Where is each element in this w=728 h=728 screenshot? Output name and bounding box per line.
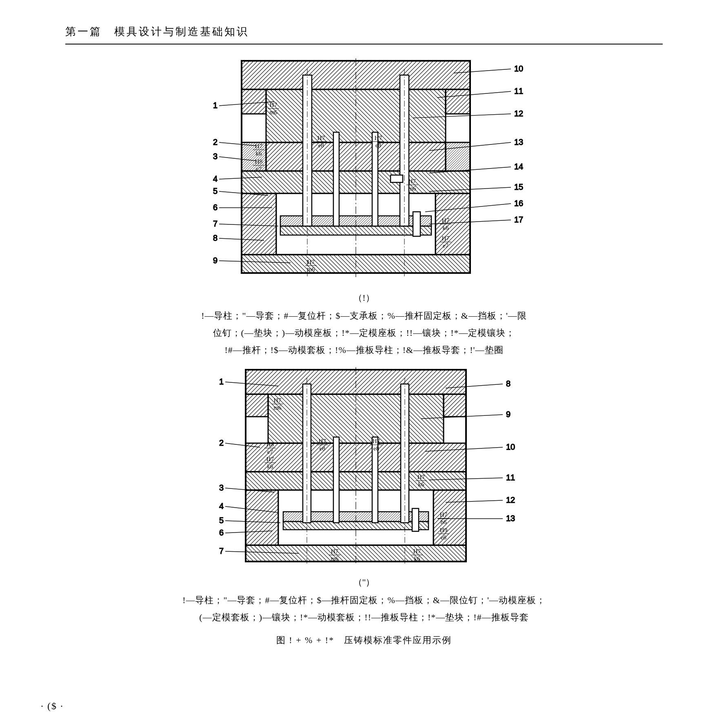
svg-text:k6: k6: [418, 481, 425, 488]
svg-text:m6: m6: [307, 266, 315, 273]
svg-text:2: 2: [213, 138, 218, 146]
svg-text:k6: k6: [256, 150, 262, 157]
svg-text:m6: m6: [331, 555, 339, 562]
svg-text:5: 5: [219, 516, 224, 525]
svg-rect-102: [412, 508, 419, 531]
svg-text:4: 4: [219, 502, 224, 510]
svg-text:3: 3: [213, 152, 218, 161]
svg-text:H7: H7: [442, 235, 450, 242]
svg-text:H7: H7: [440, 511, 448, 518]
svg-text:15: 15: [514, 182, 523, 191]
svg-text:2: 2: [219, 438, 224, 447]
svg-text:H7: H7: [331, 548, 339, 555]
svg-text:12: 12: [506, 495, 515, 504]
svg-text:3: 3: [219, 483, 224, 492]
svg-text:m6: m6: [269, 109, 277, 115]
svg-text:8: 8: [213, 233, 218, 242]
figure-b-svg: H7 m6 H8 e7 H7 k6 H7 e8 H7: [176, 366, 552, 570]
svg-text:H9: H9: [440, 527, 447, 533]
figure-b-sublabel: （"）: [65, 576, 663, 588]
figure-a-legend: !—导柱；"—导套；#—复位杆；$—支承板；%—推杆固定板；&—挡板；'—限 位…: [164, 307, 564, 358]
svg-rect-100: [333, 437, 339, 523]
svg-text:H8: H8: [266, 441, 274, 448]
svg-text:e8: e8: [318, 142, 324, 149]
svg-text:11: 11: [506, 473, 515, 482]
svg-text:8: 8: [506, 379, 510, 388]
svg-rect-16: [303, 75, 312, 226]
svg-text:H7: H7: [319, 438, 326, 444]
figure-a-svg: H7 m6 H7 k6 H8 e7 H7 e8 H7: [168, 57, 560, 285]
svg-rect-17: [400, 75, 409, 226]
svg-text:k6: k6: [267, 463, 274, 470]
svg-text:m6: m6: [273, 404, 282, 411]
svg-text:13: 13: [506, 514, 515, 523]
svg-text:H7: H7: [413, 548, 421, 555]
svg-rect-93: [433, 490, 466, 545]
svg-text:e7: e7: [267, 448, 273, 455]
page-header: 第一篇 模具设计与制造基础知识: [65, 24, 663, 44]
figure-b: H7 m6 H8 e7 H7 k6 H7 e8 H7: [176, 366, 552, 570]
page: 第一篇 模具设计与制造基础知识: [0, 0, 728, 728]
figure-a: H7 m6 H7 k6 H8 e7 H7 e8 H7: [168, 57, 560, 285]
svg-text:12: 12: [514, 109, 523, 118]
svg-rect-92: [246, 490, 278, 545]
svg-rect-18: [333, 132, 339, 226]
svg-text:6: 6: [213, 203, 218, 212]
svg-text:H7: H7: [373, 438, 380, 444]
svg-text:17: 17: [514, 215, 523, 224]
svg-rect-20: [391, 175, 403, 182]
svg-text:4: 4: [213, 174, 218, 183]
svg-text:H7: H7: [408, 178, 416, 184]
svg-text:10: 10: [506, 442, 515, 451]
svg-text:H7: H7: [307, 259, 315, 265]
svg-text:H7: H7: [266, 456, 274, 462]
svg-rect-9: [242, 193, 276, 255]
svg-text:6: 6: [219, 528, 224, 537]
svg-text:h6: h6: [441, 519, 447, 525]
svg-text:1: 1: [213, 101, 218, 110]
figure-b-legend: !—导柱；"—导套；#—复位杆；$—推杆固定板；%—挡板；&—限位钉；'—动模座…: [164, 592, 564, 626]
svg-text:e7: e7: [256, 166, 262, 172]
svg-text:9: 9: [213, 256, 218, 265]
svg-rect-3: [242, 89, 266, 114]
svg-text:10: 10: [514, 64, 523, 73]
svg-rect-4: [446, 89, 470, 114]
svg-text:k6: k6: [443, 224, 449, 231]
svg-text:9: 9: [506, 410, 510, 419]
svg-text:11: 11: [514, 87, 523, 95]
figure-area: H7 m6 H7 k6 H8 e7 H7 e8 H7: [65, 57, 663, 646]
svg-text:e7: e7: [443, 242, 449, 249]
svg-text:5: 5: [213, 186, 218, 195]
svg-text:13: 13: [514, 138, 523, 146]
svg-text:7: 7: [213, 219, 218, 228]
svg-text:e8: e8: [441, 534, 446, 541]
svg-text:H7: H7: [317, 135, 325, 141]
svg-text:H8: H8: [255, 158, 262, 165]
svg-text:H7: H7: [442, 217, 450, 224]
svg-text:H7: H7: [274, 397, 282, 404]
svg-text:H7: H7: [270, 102, 277, 108]
svg-rect-89: [444, 394, 466, 417]
svg-text:7: 7: [219, 546, 224, 555]
svg-text:k6: k6: [414, 555, 421, 562]
svg-text:1: 1: [219, 377, 224, 386]
svg-text:m6: m6: [408, 185, 416, 192]
header-title: 第一篇 模具设计与制造基础知识: [65, 26, 249, 38]
svg-rect-88: [246, 394, 268, 417]
figure-a-sublabel: （!）: [65, 292, 663, 304]
figure-caption: 图 ! + % + !* 压铸模标准零件应用示例: [65, 634, 663, 646]
svg-text:e8: e8: [373, 445, 379, 452]
svg-text:e8: e8: [375, 142, 381, 149]
svg-text:16: 16: [514, 199, 523, 208]
svg-rect-21: [413, 212, 420, 236]
svg-text:H7: H7: [375, 135, 382, 141]
svg-text:H7: H7: [255, 143, 263, 149]
svg-text:H7: H7: [417, 474, 425, 480]
svg-text:14: 14: [514, 162, 523, 171]
svg-text:e8: e8: [320, 445, 325, 452]
page-number: · ($ ·: [41, 701, 64, 712]
